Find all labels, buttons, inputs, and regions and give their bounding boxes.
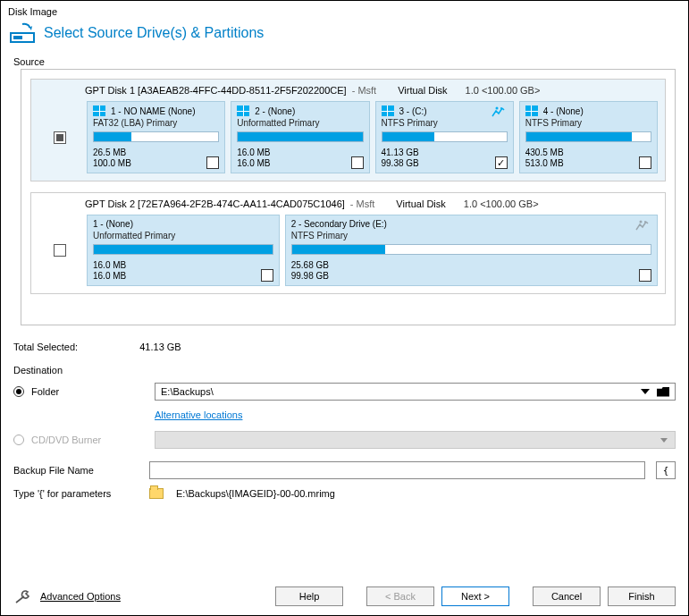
backup-name-label: Backup File Name	[13, 465, 142, 476]
disk-header: GPT Disk 1 [A3AEAB28-4FFC-44DD-8511-2F5F…	[31, 80, 665, 101]
usage-bar	[291, 244, 651, 255]
partition-checkbox[interactable]	[639, 156, 651, 169]
usage-bar	[93, 244, 273, 255]
disk-virtual: Virtual Disk	[398, 85, 447, 96]
window-title: Disk Image	[1, 1, 688, 19]
footer: Advanced Options Help < Back Next > Canc…	[1, 579, 688, 615]
type-hint-label: Type '{' for parameters	[13, 488, 142, 499]
dropdown-icon[interactable]	[641, 389, 650, 394]
usage-bar	[525, 131, 651, 142]
partition-title: 4 - (None)	[543, 106, 584, 116]
partition-checkbox[interactable]	[261, 269, 273, 282]
partition-2[interactable]: 2 - Secondary Drive (E:) NTFS Primary	[285, 215, 658, 286]
burner-radio[interactable]	[13, 435, 24, 445]
advanced-options-link[interactable]: Advanced Options	[13, 588, 121, 604]
disk-vendor: - Msft	[352, 85, 377, 96]
svg-rect-1	[13, 36, 22, 39]
destination-label: Destination	[1, 361, 688, 377]
partition-used: 25.68 GB	[291, 260, 329, 271]
partition-title: 3 - (C:)	[399, 106, 427, 116]
partition-1[interactable]: 1 - (None) Unformatted Primary 16.0 MB 1…	[87, 215, 280, 286]
partition-sub: NTFS Primary	[291, 231, 651, 240]
partition-checkbox[interactable]	[639, 269, 651, 282]
partition-used: 16.0 MB	[93, 260, 126, 271]
header: Select Source Drive(s) & Partitions	[1, 19, 688, 53]
partition-used: 16.0 MB	[237, 148, 270, 158]
partition-total: 513.0 MB	[525, 158, 564, 169]
partition-checkbox[interactable]	[495, 156, 508, 169]
cancel-button[interactable]: Cancel	[533, 586, 601, 606]
partition-total: 16.0 MB	[93, 271, 126, 282]
partition-total: 99.98 GB	[291, 271, 329, 282]
partition-sub: FAT32 (LBA) Primary	[93, 118, 219, 128]
folder-path-input[interactable]: E:\Backups\	[155, 383, 676, 401]
total-selected: Total Selected: 41.13 GB	[1, 333, 688, 361]
partition-title: 2 - (None)	[255, 106, 295, 116]
running-os-icon	[490, 105, 506, 118]
burner-select[interactable]	[155, 431, 676, 449]
next-button[interactable]: Next >	[441, 586, 509, 606]
partition-sub: NTFS Primary	[525, 118, 651, 128]
partition-checkbox[interactable]	[351, 156, 364, 169]
partition-sub: Unformatted Primary	[237, 118, 363, 128]
folder-icon	[149, 488, 164, 499]
browse-folder-icon[interactable]	[657, 387, 669, 397]
svg-point-3	[640, 221, 643, 224]
windows-flag-icon	[525, 105, 538, 116]
windows-flag-icon	[382, 105, 394, 116]
source-box: GPT Disk 1 [A3AEAB28-4FFC-44DD-8511-2F5F…	[21, 69, 676, 325]
partitions: 1 - NO NAME (None) FAT32 (LBA) Primary 2…	[87, 101, 658, 173]
page-title: Select Source Drive(s) & Partitions	[44, 25, 264, 41]
svg-point-2	[495, 107, 498, 110]
finish-button[interactable]: Finish	[608, 586, 676, 606]
disk-1: GPT Disk 1 [A3AEAB28-4FFC-44DD-8511-2F5F…	[30, 79, 666, 181]
partition-2[interactable]: 2 - (None) Unformatted Primary 16.0 MB 1…	[231, 101, 369, 173]
partition-title: 2 - Secondary Drive (E:)	[291, 219, 387, 229]
total-label: Total Selected:	[13, 342, 78, 352]
partition-total: 100.0 MB	[93, 158, 131, 169]
partition-title: 1 - NO NAME (None)	[111, 106, 195, 116]
total-value: 41.13 GB	[139, 342, 181, 352]
back-button[interactable]: < Back	[366, 586, 434, 606]
disk-size: 1.0 <100.00 GB>	[464, 198, 539, 209]
window: Disk Image Select Source Drive(s) & Part…	[0, 0, 689, 616]
windows-flag-icon	[237, 105, 249, 116]
alternative-locations-link[interactable]: Alternative locations	[155, 409, 242, 420]
partition-used: 41.13 GB	[382, 148, 419, 158]
source-label: Source	[1, 53, 688, 69]
folder-radio[interactable]	[13, 386, 24, 397]
partition-title: 1 - (None)	[93, 219, 133, 229]
partition-checkbox[interactable]	[206, 156, 219, 169]
insert-parameter-button[interactable]: {	[656, 461, 676, 479]
partition-used: 26.5 MB	[93, 148, 131, 158]
disk-label: GPT Disk 1 [A3AEAB28-4FFC-44DD-8511-2F5F…	[85, 85, 347, 96]
partition-sub: Unformatted Primary	[93, 231, 273, 240]
advanced-options-label: Advanced Options	[40, 591, 121, 602]
disk-header: GPT Disk 2 [72E7A964-2F2B-474C-AA11-4CAD…	[31, 193, 665, 215]
disk-size: 1.0 <100.00 GB>	[466, 85, 541, 96]
usage-bar	[93, 131, 219, 142]
partition-used: 430.5 MB	[525, 148, 564, 158]
usage-bar	[237, 131, 363, 142]
partition-total: 16.0 MB	[237, 158, 270, 169]
running-os-icon	[634, 219, 650, 232]
disk-label: GPT Disk 2 [72E7A964-2F2B-474C-AA11-4CAD…	[85, 198, 345, 209]
wrench-icon	[13, 588, 33, 604]
disk-virtual: Virtual Disk	[396, 198, 445, 209]
partition-3[interactable]: 3 - (C:) NTFS Primary 41.1	[375, 101, 514, 173]
partitions: 1 - (None) Unformatted Primary 16.0 MB 1…	[87, 215, 658, 286]
disk-2: GPT Disk 2 [72E7A964-2F2B-474C-AA11-4CAD…	[30, 192, 666, 294]
disk-vendor: - Msft	[350, 198, 375, 209]
burner-radio-label: CD/DVD Burner	[31, 435, 147, 445]
partition-sub: NTFS Primary	[382, 118, 508, 128]
partition-4[interactable]: 4 - (None) NTFS Primary 430.5 MB 513.0 M…	[519, 101, 658, 173]
destination-block: Folder E:\Backups\ Alternative locations…	[1, 377, 688, 504]
folder-path-text: E:\Backups\	[161, 386, 214, 397]
resolved-path: E:\Backups\{IMAGEID}-00-00.mrimg	[176, 488, 335, 499]
disk-checkbox[interactable]	[54, 244, 66, 257]
backup-name-input[interactable]	[149, 461, 645, 479]
disk-checkbox[interactable]	[54, 131, 66, 144]
partition-1[interactable]: 1 - NO NAME (None) FAT32 (LBA) Primary 2…	[87, 101, 225, 173]
help-button[interactable]: Help	[275, 586, 343, 606]
windows-flag-icon	[93, 105, 105, 116]
